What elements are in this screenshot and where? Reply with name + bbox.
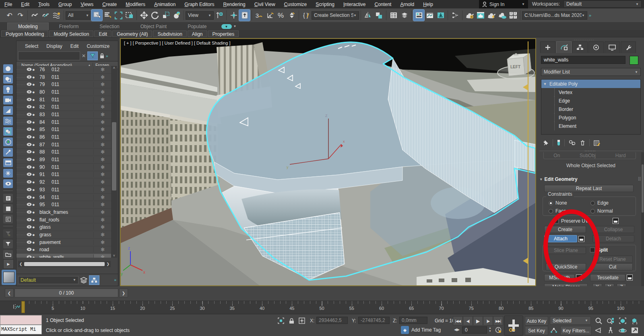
menu-item[interactable]: Create <box>98 0 121 8</box>
sign-in-button[interactable]: Sign In ▼ <box>479 0 528 8</box>
key-mode-toggle[interactable]: ◀▶ <box>454 328 460 332</box>
frozen-icon[interactable]: ✻ <box>93 104 111 110</box>
maxscript-mini-listener-output[interactable] <box>0 315 42 325</box>
render-dot-icon[interactable]: ● <box>32 187 38 192</box>
constraint-radio[interactable]: Edge <box>590 200 609 206</box>
render-dot-icon[interactable]: ● <box>32 225 38 229</box>
render-dot-icon[interactable]: ● <box>32 112 38 117</box>
frozen-icon[interactable]: ✻ <box>93 195 111 200</box>
selection-lock-icon[interactable] <box>287 317 295 325</box>
command-panel-scrollbar[interactable] <box>641 152 644 286</box>
menu-item[interactable]: Tools <box>34 0 54 8</box>
snaps-toggle[interactable] <box>239 10 250 21</box>
frame-spinner[interactable]: ▲▼ <box>489 326 491 333</box>
mxs-editor-button[interactable]: { } <box>301 10 312 21</box>
select-and-link-icon[interactable] <box>29 10 40 21</box>
scroll-up-icon[interactable]: ˄ <box>111 66 117 70</box>
auto-key-button[interactable]: Auto Key <box>525 316 548 326</box>
explorer-row[interactable]: ● 86 011 ✻ <box>17 133 111 141</box>
x-coordinate-field[interactable]: 2934462,5 <box>316 317 348 324</box>
angle-snap-toggle[interactable] <box>264 10 275 21</box>
menu-item[interactable]: Arnold <box>396 0 419 8</box>
explorer-row[interactable]: ● 93 011 ✻ <box>17 186 111 194</box>
go-to-end-button[interactable]: ▶▶| <box>493 316 503 326</box>
mirror-button[interactable] <box>363 10 374 21</box>
select-and-scale-button[interactable] <box>160 10 171 21</box>
clear-search-icon[interactable]: ✕ <box>82 53 86 59</box>
tessellate-button[interactable]: Tessellate <box>590 274 625 281</box>
walk-through-icon[interactable] <box>605 326 616 335</box>
visibility-eye-icon[interactable] <box>27 135 32 139</box>
menu-item[interactable]: Group <box>54 0 76 8</box>
frozen-icon[interactable]: ✻ <box>93 232 111 238</box>
visibility-eye-icon[interactable] <box>27 225 32 229</box>
constraint-radio[interactable]: Face <box>549 208 566 214</box>
visibility-eye-icon[interactable] <box>27 188 32 191</box>
frozen-icon[interactable]: ✻ <box>93 67 111 72</box>
render-dot-icon[interactable]: ● <box>32 217 38 222</box>
ribbon-section-button[interactable]: Align <box>188 31 207 37</box>
render-dot-icon[interactable]: ● <box>32 135 38 139</box>
render-dot-icon[interactable]: ● <box>32 82 38 87</box>
ribbon-section-button[interactable]: Subdivision <box>153 31 186 37</box>
menu-item[interactable]: Scripting <box>311 0 339 8</box>
visibility-eye-icon[interactable] <box>27 75 32 79</box>
select-and-rotate-button[interactable] <box>149 10 160 21</box>
frozen-icon[interactable]: ✻ <box>93 247 111 252</box>
z-coordinate-field[interactable]: 0,0mm <box>399 317 427 324</box>
frozen-icon[interactable]: ✻ <box>93 74 111 80</box>
rectangular-selection-region-button[interactable] <box>113 10 124 21</box>
frozen-icon[interactable]: ✻ <box>93 89 111 95</box>
show-cameras-icon[interactable] <box>3 96 13 104</box>
blank-view-icon[interactable] <box>3 204 13 213</box>
visibility-eye-icon[interactable] <box>27 210 32 214</box>
time-slider-track[interactable]: 0510152025303540455055606570758085909510… <box>0 301 644 314</box>
frozen-icon[interactable]: ✻ <box>93 157 111 162</box>
filter-icon[interactable] <box>3 240 13 248</box>
render-dot-icon[interactable]: ● <box>32 157 38 162</box>
render-dot-icon[interactable]: ● <box>32 142 38 147</box>
default-in-out-tangents-button[interactable] <box>550 326 558 334</box>
select-object-button[interactable] <box>91 10 102 21</box>
render-dot-icon[interactable]: ● <box>32 210 38 215</box>
reference-coordinate-dropdown[interactable]: View ▼ <box>186 11 214 20</box>
frozen-icon[interactable]: ✻ <box>93 142 111 148</box>
remove-modifier-icon[interactable] <box>580 140 585 146</box>
ribbon-tab[interactable]: Selection <box>89 23 130 30</box>
explorer-row[interactable]: ● 82 011 ✻ <box>17 103 111 111</box>
menu-item[interactable]: Customize <box>280 0 312 8</box>
select-and-manipulate-button[interactable] <box>228 10 239 21</box>
show-hidden-icon[interactable] <box>3 179 13 188</box>
scroll-right-icon[interactable]: ❯ <box>106 262 109 266</box>
panel-thumbnail[interactable] <box>2 270 16 285</box>
visibility-eye-icon[interactable] <box>27 98 32 101</box>
menu-item[interactable]: Animation <box>150 0 180 8</box>
toggle-scene-explorer-button[interactable] <box>388 10 399 21</box>
menu-item[interactable]: Edit <box>17 0 34 8</box>
frozen-icon[interactable]: ✻ <box>93 149 111 155</box>
explorer-row[interactable]: ● 80 011 ✻ <box>17 88 111 96</box>
menu-item[interactable]: Modifiers <box>121 0 150 8</box>
modifier-stack-row[interactable]: Border <box>541 105 640 113</box>
attach-button[interactable]: Attach <box>544 235 577 242</box>
visibility-eye-icon[interactable] <box>27 172 32 176</box>
show-helpers-icon[interactable] <box>3 106 13 115</box>
curve-editor-button[interactable] <box>424 10 435 21</box>
named-selection-sets-dropdown[interactable]: Create Selection Se ▼ <box>312 11 359 20</box>
visibility-eye-icon[interactable] <box>27 82 32 86</box>
zoom-all-icon[interactable] <box>605 316 616 325</box>
explorer-row[interactable]: ● 89 011 ✻ <box>17 156 111 164</box>
msmooth-button[interactable]: MSmooth <box>544 274 575 281</box>
percent-snap-toggle[interactable]: % <box>275 10 286 21</box>
visibility-eye-icon[interactable] <box>27 203 32 206</box>
render-setup-button[interactable] <box>464 10 475 21</box>
toggle-layer-explorer-button[interactable] <box>399 10 410 21</box>
visibility-eye-icon[interactable] <box>27 150 32 154</box>
modifier-stack-row[interactable]: Vertex <box>541 88 640 96</box>
select-by-name-button[interactable] <box>102 10 113 21</box>
selection-filter-dropdown[interactable]: All ▼ <box>66 11 91 20</box>
schematic-view-button[interactable] <box>435 10 446 21</box>
visibility-eye-icon[interactable] <box>27 120 32 124</box>
render-dot-icon[interactable]: ● <box>32 120 38 125</box>
explorer-overflow-icon[interactable]: » <box>114 278 116 282</box>
